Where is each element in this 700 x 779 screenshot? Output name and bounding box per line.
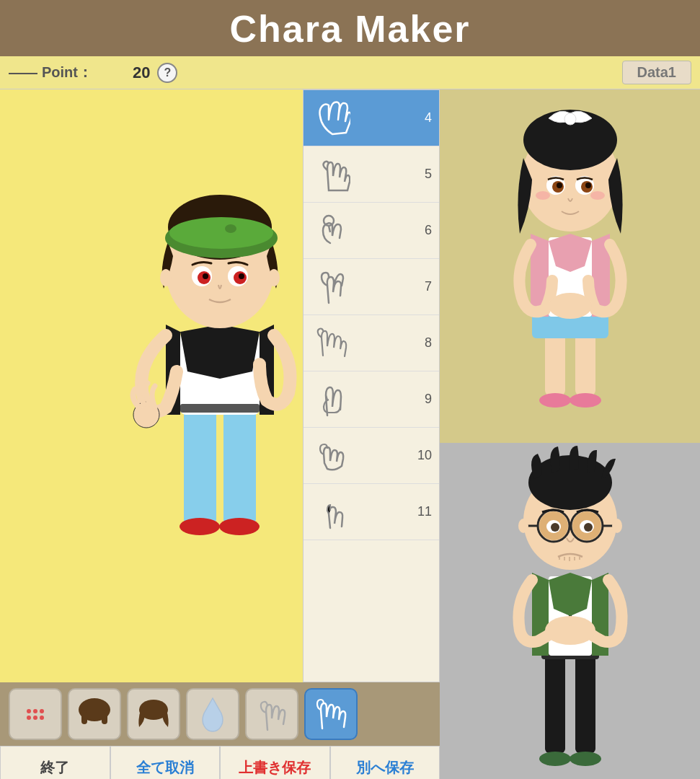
right-bottom-panel [440, 443, 700, 779]
svg-point-39 [557, 182, 562, 188]
save-button[interactable]: 上書き保存 [220, 746, 330, 779]
svg-point-9 [169, 217, 273, 249]
svg-point-58 [551, 523, 559, 532]
point-label: Point： [42, 63, 92, 82]
gesture-item-5[interactable]: 5 [304, 146, 439, 203]
svg-point-61 [612, 519, 622, 533]
dot [40, 716, 44, 720]
gesture-number-6: 6 [425, 223, 432, 238]
hand1-icon [253, 695, 291, 733]
svg-point-34 [564, 113, 576, 125]
tool-btn-hair1[interactable] [68, 688, 121, 740]
top-bar: —— Point： 20 ? Data1 [0, 56, 700, 89]
svg-point-45 [539, 752, 571, 766]
gesture-item-8[interactable]: 8 [304, 315, 439, 371]
header: Chara Maker [0, 0, 700, 56]
svg-rect-0 [184, 408, 216, 523]
svg-point-17 [160, 269, 172, 286]
save-as-button[interactable]: 別へ保存 [330, 746, 440, 779]
nerd-character [480, 443, 660, 779]
main-character [105, 170, 335, 602]
svg-point-28 [539, 393, 571, 408]
gesture-item-10[interactable]: 10 [304, 428, 439, 484]
gesture-number-8: 8 [425, 335, 432, 351]
right-panel [440, 89, 700, 779]
gesture-item-11[interactable]: 11 [304, 484, 439, 540]
svg-point-16 [239, 273, 244, 279]
svg-rect-43 [545, 652, 565, 753]
gesture-icon-10 [311, 434, 354, 477]
point-section: —— Point： 20 ? [9, 63, 177, 83]
data-label[interactable]: Data1 [622, 61, 691, 84]
svg-rect-1 [223, 408, 256, 523]
svg-rect-23 [102, 710, 107, 724]
gesture-panel: 4 5 [303, 89, 440, 682]
svg-point-20 [324, 216, 334, 226]
svg-point-2 [180, 518, 220, 535]
hair2-icon [135, 695, 172, 733]
tool-btn-hand2[interactable] [304, 688, 358, 740]
hair1-icon [76, 695, 113, 733]
gesture-number-5: 5 [425, 167, 432, 182]
help-button[interactable]: ? [157, 63, 177, 83]
svg-point-10 [225, 224, 236, 233]
bottom-toolbar [0, 682, 440, 746]
svg-point-49 [545, 616, 595, 645]
gesture-item-7[interactable]: 7 [304, 259, 439, 315]
svg-point-40 [585, 182, 591, 188]
svg-point-29 [570, 393, 601, 408]
svg-point-59 [584, 523, 593, 532]
dot [27, 716, 31, 720]
gesture-icon-5 [311, 153, 354, 196]
gesture-number-10: 10 [417, 448, 432, 463]
tool-btn-hand1[interactable] [245, 688, 298, 740]
drop-icon [198, 695, 227, 733]
main-area: 4 5 [0, 89, 700, 779]
gesture-item-6[interactable]: 6 [304, 203, 439, 259]
gesture-item-4[interactable]: 4 [304, 90, 439, 146]
dot [33, 709, 37, 713]
svg-point-15 [203, 273, 208, 279]
tool-btn-dots[interactable] [9, 688, 62, 740]
svg-point-31 [549, 293, 592, 319]
svg-point-41 [536, 191, 550, 200]
right-top-panel [440, 89, 700, 443]
dot [27, 709, 31, 713]
point-value: 20 [133, 63, 150, 82]
gesture-icon-11 [311, 490, 354, 534]
app-title: Chara Maker [229, 7, 470, 50]
dot [33, 716, 37, 720]
gesture-icon-8 [311, 322, 354, 365]
dots-pattern [27, 709, 44, 720]
gesture-number-4: 4 [425, 110, 432, 126]
gesture-icon-9 [311, 378, 354, 421]
end-button[interactable]: 終了 [0, 746, 110, 779]
gesture-number-7: 7 [425, 279, 432, 294]
svg-rect-22 [81, 710, 87, 724]
svg-point-60 [518, 519, 528, 533]
point-dash: —— [9, 64, 37, 81]
action-bar: 終了 全て取消 上書き保存 別へ保存 [0, 746, 440, 779]
reset-button[interactable]: 全て取消 [110, 746, 221, 779]
character-stage: 4 5 [0, 89, 440, 682]
svg-point-18 [268, 269, 280, 286]
gesture-icon-4 [311, 97, 354, 140]
girl-character [480, 93, 660, 439]
svg-point-46 [570, 752, 601, 766]
tool-btn-drop[interactable] [186, 688, 239, 740]
left-panel: 4 5 [0, 89, 440, 779]
app-container: Chara Maker —— Point： 20 ? Data1 [0, 0, 700, 779]
gesture-icon-7 [311, 265, 354, 309]
gesture-icon-6 [311, 209, 354, 252]
svg-point-42 [590, 191, 605, 200]
gesture-number-11: 11 [417, 504, 432, 519]
svg-rect-19 [180, 404, 260, 413]
gesture-item-9[interactable]: 9 [304, 371, 439, 428]
svg-point-3 [219, 518, 260, 535]
dot [40, 709, 44, 713]
gesture-number-9: 9 [425, 392, 432, 407]
svg-rect-44 [575, 652, 595, 753]
tool-btn-hair2[interactable] [127, 688, 180, 740]
hand2-icon [312, 695, 350, 733]
